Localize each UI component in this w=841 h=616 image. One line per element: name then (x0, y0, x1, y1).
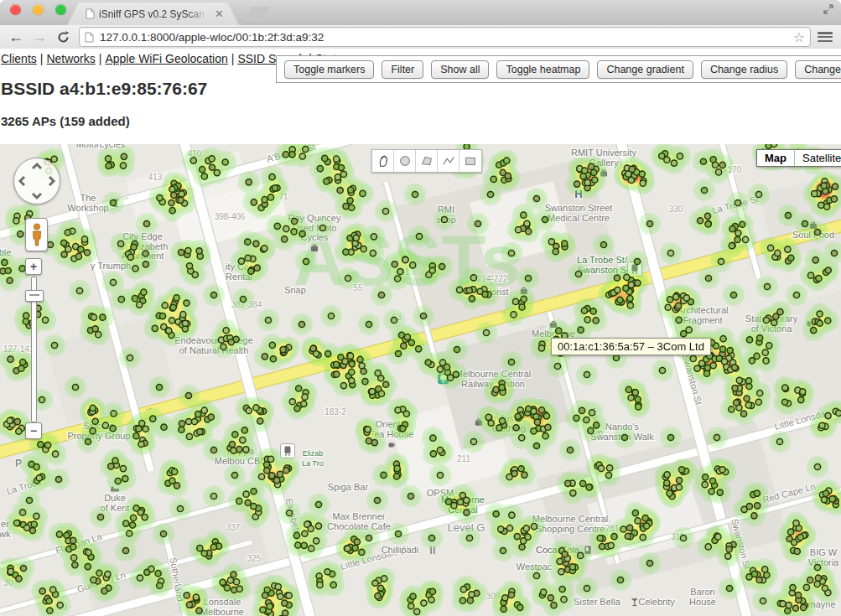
draw-polyline-tool[interactable] (438, 150, 459, 172)
pan-left-icon (20, 177, 24, 185)
minimize-window-icon[interactable] (33, 4, 44, 15)
nav-link-clients[interactable]: Clients (1, 52, 37, 65)
pegman-icon (30, 223, 44, 246)
map-pan-control[interactable] (13, 158, 60, 204)
change-opacity-button[interactable]: Change opacity (795, 60, 841, 79)
ap-count-text: 3265 APs (159 added) (1, 114, 130, 128)
pan-hand-tool[interactable] (372, 150, 394, 172)
tab-close-icon[interactable]: ✕ (215, 8, 224, 19)
polyline-tool-icon (441, 153, 456, 168)
page-title: BSSID a4:b1:e9:85:76:67 (1, 79, 207, 99)
pan-down-icon (33, 194, 41, 198)
browser-menu-icon[interactable] (818, 32, 833, 42)
hand-icon (376, 153, 391, 168)
drawing-toolbar (371, 149, 482, 173)
window-controls (10, 4, 66, 15)
draw-rectangle-tool[interactable] (459, 150, 481, 172)
omnibox[interactable]: 127.0.0.1:8000/apple-wloc/00:1b:2f:3d:a9… (79, 27, 811, 47)
nav-separator: | (37, 52, 47, 65)
back-button[interactable]: ← (8, 29, 23, 44)
zoom-slider-handle[interactable] (25, 290, 44, 302)
page-icon (85, 32, 94, 43)
page-content: Clients|Networks|Apple WiFi Geolocation|… (0, 49, 841, 144)
bookmark-star-icon[interactable]: ☆ (793, 29, 805, 45)
draw-polygon-tool[interactable] (416, 150, 438, 172)
close-window-icon[interactable] (10, 4, 21, 15)
url-text[interactable]: 127.0.0.1:8000/apple-wloc/00:1b:2f:3d:a9… (100, 31, 793, 44)
browser-titlebar: iSniff GPS v0.2 SyScan Edition ✕ (0, 0, 841, 26)
browser-tab[interactable]: iSniff GPS v0.2 SyScan Edition ✕ (67, 3, 239, 25)
map-toolbar-panel: Toggle markers Filter Show all Toggle he… (276, 55, 841, 83)
polygon-tool-icon (419, 153, 434, 168)
toggle-heatmap-button[interactable]: Toggle heatmap (496, 60, 589, 79)
change-radius-button[interactable]: Change radius (701, 60, 787, 79)
draw-circle-tool[interactable] (394, 150, 416, 172)
pan-right-icon (49, 177, 54, 185)
map-view[interactable]: ASSTs→→→→A'Beckett StLa Trobe StLa Trobe… (0, 144, 841, 616)
browser-toolbar: ← → 127.0.0.1:8000/apple-wloc/00:1b:2f:3… (0, 25, 841, 49)
pan-up-icon (33, 164, 41, 168)
nav-separator: | (228, 52, 238, 65)
pegman-control[interactable] (25, 218, 48, 251)
new-tab-button[interactable] (245, 7, 270, 21)
maximize-window-icon[interactable] (55, 4, 66, 15)
filter-button[interactable]: Filter (382, 60, 423, 79)
heatmap-canvas[interactable] (0, 144, 841, 616)
map-type-satellite-button[interactable]: Satellite (794, 150, 841, 166)
forward-button[interactable]: → (32, 29, 47, 44)
nav-link-networks[interactable]: Networks (46, 52, 95, 65)
circle-tool-icon (397, 153, 413, 168)
map-type-control: Map Satellite (756, 149, 841, 167)
zoom-out-button[interactable]: − (25, 422, 42, 439)
zoom-in-button[interactable]: + (25, 258, 42, 275)
change-gradient-button[interactable]: Change gradient (597, 60, 693, 79)
tab-title: iSniff GPS v0.2 SyScan Edition (99, 8, 211, 20)
reload-button[interactable] (56, 30, 70, 44)
expand-window-icon[interactable] (823, 3, 834, 15)
map-type-map-button[interactable]: Map (757, 150, 794, 166)
nav-separator: | (96, 52, 106, 65)
toggle-markers-button[interactable]: Toggle markers (284, 60, 374, 79)
show-all-button[interactable]: Show all (431, 60, 489, 79)
page-favicon (86, 8, 95, 19)
nav-link-apple-wifi-geolocation[interactable]: Apple WiFi Geolocation (105, 52, 227, 65)
rectangle-tool-icon (463, 153, 478, 168)
marker-tooltip: 00:1a:c1:36:5a:57 – 3Com Ltd (551, 338, 711, 355)
